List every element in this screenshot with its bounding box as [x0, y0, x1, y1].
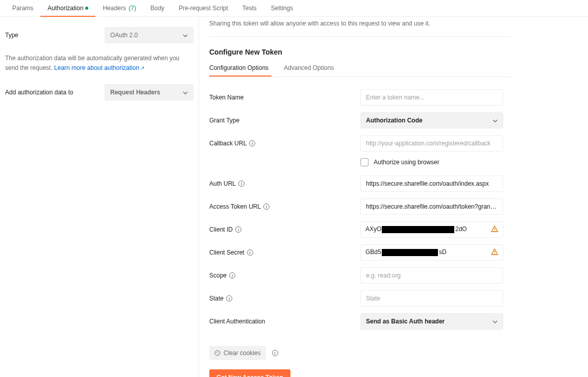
token-subtabs: Configuration Options Advanced Options [209, 60, 511, 77]
auth-url-input[interactable] [360, 175, 503, 192]
info-icon[interactable]: i [229, 272, 235, 279]
svg-point-1 [494, 230, 495, 231]
tab-body[interactable]: Body [143, 0, 172, 17]
chevron-down-icon [493, 319, 498, 324]
auth-helper-text: The authorization data will be automatic… [5, 54, 193, 73]
info-icon[interactable]: i [247, 249, 253, 256]
authorize-browser-checkbox[interactable] [360, 158, 369, 166]
select-value: OAuth 2.0 [110, 32, 138, 39]
info-icon[interactable]: i [238, 181, 244, 187]
learn-more-link[interactable]: Learn more about authorization↗ [54, 64, 144, 71]
token-name-label: Token Name [209, 94, 360, 101]
headers-count: (7) [129, 5, 136, 12]
select-value: Send as Basic Auth header [366, 318, 445, 325]
tab-headers[interactable]: Headers (7) [95, 0, 143, 17]
chevron-down-icon [493, 118, 498, 123]
tab-label: Authorization [47, 5, 83, 12]
add-to-label: Add authorization data to [5, 89, 105, 96]
subtab-advanced[interactable]: Advanced Options [284, 60, 334, 77]
svg-point-5 [216, 352, 217, 353]
divider [209, 36, 511, 37]
tab-params[interactable]: Params [5, 0, 40, 17]
client-id-label: Client ID i [209, 226, 360, 233]
select-value: Authorization Code [366, 117, 423, 124]
client-secret-label: Client Secret i [209, 249, 360, 256]
info-icon[interactable]: i [263, 204, 270, 210]
cookie-icon [214, 350, 220, 356]
access-token-url-input[interactable] [360, 198, 503, 215]
tab-tests[interactable]: Tests [235, 0, 264, 17]
callback-url-input[interactable] [360, 135, 503, 152]
request-tabs: Params Authorization Headers (7) Body Pr… [0, 0, 588, 17]
grant-type-select[interactable]: Authorization Code [360, 112, 503, 129]
warning-icon [491, 248, 498, 256]
redacted-block [382, 249, 438, 256]
configure-token-title: Configure New Token [209, 48, 511, 56]
callback-url-label: Callback URL i [209, 140, 360, 147]
auth-url-label: Auth URL i [209, 180, 360, 187]
warning-icon [491, 225, 498, 233]
type-label: Type [5, 32, 105, 39]
chevron-down-icon [183, 90, 188, 95]
svg-point-3 [494, 253, 495, 254]
scope-input[interactable] [360, 267, 503, 284]
info-icon[interactable]: i [249, 140, 255, 146]
add-to-select[interactable]: Request Headers [105, 84, 193, 100]
tab-authorization[interactable]: Authorization [40, 0, 95, 17]
state-input[interactable] [360, 290, 503, 307]
tab-label: Headers [103, 5, 126, 12]
chevron-down-icon [183, 33, 188, 38]
info-icon[interactable]: i [226, 295, 232, 301]
tab-prerequest[interactable]: Pre-request Script [172, 0, 235, 17]
token-name-input[interactable] [360, 89, 503, 106]
client-auth-label: Client Authentication [209, 318, 360, 325]
clear-cookies-button[interactable]: Clear cookies [209, 346, 266, 360]
grant-type-label: Grant Type [209, 117, 360, 124]
left-panel: Type OAuth 2.0 The authorization data wi… [0, 17, 199, 377]
share-token-text: Sharing this token will allow anyone wit… [209, 19, 511, 28]
right-panel: Sharing this token will allow anyone wit… [199, 17, 588, 377]
svg-point-6 [217, 351, 218, 353]
scope-label: Scope i [209, 272, 360, 279]
access-token-url-label: Access Token URL i [209, 203, 360, 210]
select-value: Request Headers [110, 89, 160, 96]
get-new-access-token-button[interactable]: Get New Access Token [209, 369, 290, 377]
modified-dot-icon [85, 7, 88, 10]
svg-point-7 [217, 354, 218, 355]
state-label: State i [209, 295, 360, 302]
subtab-configuration[interactable]: Configuration Options [209, 60, 272, 77]
redacted-block [382, 226, 454, 233]
tab-settings[interactable]: Settings [264, 0, 300, 17]
client-auth-select[interactable]: Send as Basic Auth header [360, 313, 503, 330]
external-link-icon: ↗ [140, 65, 144, 71]
info-icon[interactable]: i [235, 227, 241, 233]
svg-point-4 [215, 350, 220, 356]
info-icon[interactable]: i [272, 350, 278, 356]
authorize-browser-label: Authorize using browser [374, 159, 439, 166]
auth-type-select[interactable]: OAuth 2.0 [105, 27, 193, 43]
main-content: Type OAuth 2.0 The authorization data wi… [0, 17, 588, 377]
